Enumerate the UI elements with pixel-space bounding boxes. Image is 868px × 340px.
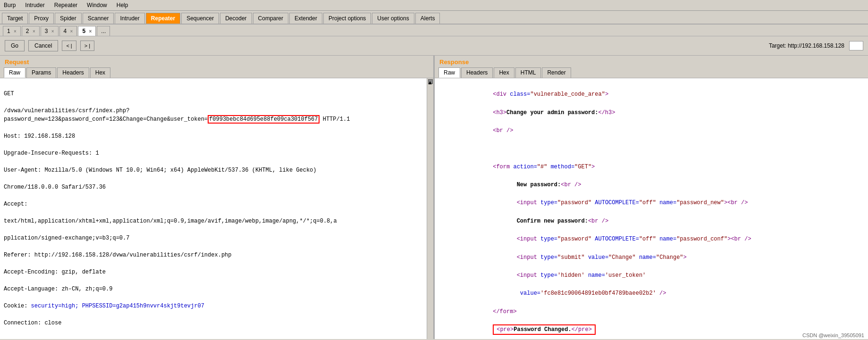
tab-extender[interactable]: Extender (289, 13, 322, 24)
response-inner-tabs: Raw Headers Hex HTML Render (435, 66, 868, 78)
request-accept-label: Accept: (4, 201, 27, 207)
response-tab-render[interactable]: Render (542, 67, 571, 78)
submit-type: type= (540, 254, 557, 261)
request-scrollbar[interactable]: ▲ (427, 78, 433, 339)
request-accept-value2: pplication/signed-exchange;v=b3;q=0.7 (4, 235, 129, 241)
tab-intruder[interactable]: Intruder (115, 13, 144, 24)
tab-sequencer[interactable]: Sequencer (181, 13, 219, 24)
rep-tab-more[interactable]: ... (97, 26, 110, 36)
request-cookie-label: Cookie: (4, 303, 31, 309)
response-content[interactable]: <div class="vulnerable_code_area"> <h3>C… (435, 78, 868, 339)
input1-auto-attr: AUTOCOMPLETE= (595, 199, 639, 206)
h3-open: <h3> (493, 109, 506, 116)
watermark: CSDN @weixin_39505091 (802, 332, 864, 338)
response-padding (459, 91, 493, 98)
submit-value-val: "Change" (608, 254, 639, 261)
confirm-pwd-text: Confirm new password: (517, 218, 588, 224)
request-tab-hex[interactable]: Hex (90, 67, 110, 78)
request-method: GET (4, 91, 14, 97)
request-accept-language: Accept-Language: zh-CN, zh;q=0.9 (4, 286, 112, 292)
request-content[interactable]: GET /dvwa/vulnerabilities/csrf/index.php… (0, 78, 427, 339)
request-token: f0993bebc84d695e88fe09ca3010f567 (208, 115, 319, 124)
tab-scanner[interactable]: Scanner (83, 13, 114, 24)
response-panel: Response Raw Headers Hex HTML Render <di… (435, 56, 868, 339)
input1-name-attr: name= (659, 199, 676, 206)
go-button[interactable]: Go (5, 40, 25, 51)
new-pwd-br: <br /> (561, 182, 581, 188)
input2-br: <br /> (731, 236, 751, 242)
submit-value-attr: value= (588, 254, 608, 261)
menu-bar: Burp Intruder Repeater Window Help (0, 0, 868, 11)
tab-project-options[interactable]: Project options (323, 13, 371, 24)
scrollbar-up[interactable]: ▲ (428, 79, 433, 84)
toolbar: Go Cancel < | > | Target: http://192.168… (0, 36, 868, 56)
form-method-attr: method= (551, 164, 574, 170)
cancel-button[interactable]: Cancel (28, 40, 58, 51)
response-tab-html[interactable]: HTML (515, 67, 541, 78)
rep-tab-3[interactable]: 3 × (41, 26, 59, 36)
request-accept-encoding: Accept-Encoding: gzip, deflate (4, 269, 106, 275)
tab-target[interactable]: Target (2, 13, 28, 24)
menu-repeater[interactable]: Repeater (52, 1, 79, 9)
hidden-tag: <input (517, 272, 540, 279)
hidden-self-close: /> (659, 290, 666, 297)
request-host: Host: 192.168.158.128 (4, 133, 75, 140)
input1-auto-val: "off" (639, 199, 659, 206)
main-tab-bar: Target Proxy Spider Scanner Intruder Rep… (0, 11, 868, 25)
div-class-attr: class= (510, 91, 530, 98)
response-tab-raw[interactable]: Raw (438, 67, 460, 78)
rep-tab-4[interactable]: 4 × (59, 26, 77, 36)
repeater-tab-bar: 1 × 2 × 3 × 4 × 5 × ... (0, 25, 868, 36)
submit-close: > (683, 254, 687, 261)
main-area: Request Raw Params Headers Hex GET /dvwa… (0, 56, 868, 339)
back-button[interactable]: < | (62, 41, 76, 51)
br1-tag: <br /> (493, 127, 513, 134)
request-cookie-value: security=high; PHPSESSID=g2ap415h9nvvr4s… (31, 303, 204, 309)
submit-type-val: "submit" (557, 254, 588, 261)
form-close-tag: </form> (493, 308, 516, 315)
request-tab-params[interactable]: Params (26, 67, 56, 78)
tab-comparer[interactable]: Comparer (253, 13, 288, 24)
form-close-bracket: > (591, 164, 595, 170)
response-tab-hex[interactable]: Hex (494, 67, 514, 78)
request-tab-raw[interactable]: Raw (4, 67, 25, 78)
form-action-val: "#" (537, 164, 551, 170)
target-input[interactable] (849, 41, 863, 50)
request-http-version: HTTP/1.1 (320, 116, 350, 123)
response-title: Response (435, 56, 868, 66)
input2-type-attr: type= (540, 236, 557, 242)
form-tag: <form (493, 164, 513, 170)
submit-name-val: "Change" (656, 254, 683, 261)
menu-window[interactable]: Window (85, 1, 109, 9)
input1-type-attr: type= (540, 199, 557, 206)
div-open-tag: <div (493, 91, 510, 98)
tab-alerts[interactable]: Alerts (415, 13, 440, 24)
request-tab-headers[interactable]: Headers (57, 67, 89, 78)
menu-burp[interactable]: Burp (2, 1, 17, 9)
tab-proxy[interactable]: Proxy (29, 13, 54, 24)
rep-tab-2[interactable]: 2 × (22, 26, 40, 36)
request-inner-tabs: Raw Params Headers Hex (0, 66, 433, 78)
input1-tag: <input (517, 199, 540, 206)
input1-name-val: "password_new" (676, 199, 724, 206)
forward-button[interactable]: > | (80, 41, 94, 51)
request-referer: Referer: http://192.168.158.128/dvwa/vul… (4, 252, 231, 258)
input2-tag: <input (517, 236, 540, 242)
tab-user-options[interactable]: User options (372, 13, 414, 24)
input2-auto-val: "off" (639, 236, 659, 242)
form-method-val: "GET" (574, 164, 591, 170)
menu-intruder[interactable]: Intruder (23, 1, 46, 9)
tab-repeater[interactable]: Repeater (146, 13, 180, 24)
h3-close: </h3> (598, 109, 615, 116)
rep-tab-5[interactable]: 5 × (78, 26, 96, 36)
response-tab-headers[interactable]: Headers (461, 67, 493, 78)
request-connection: Connection: close (4, 320, 61, 326)
rep-tab-1[interactable]: 1 × (3, 26, 21, 36)
request-accept-value: text/html,application/xhtml+xml,applicat… (4, 218, 337, 224)
tab-spider[interactable]: Spider (55, 13, 82, 24)
tab-decoder[interactable]: Decoder (220, 13, 252, 24)
target-label: Target: http://192.168.158.128 (769, 42, 844, 49)
input2-type-val: "password" (557, 236, 595, 242)
input1-br: <br /> (727, 199, 748, 206)
menu-help[interactable]: Help (115, 1, 130, 9)
